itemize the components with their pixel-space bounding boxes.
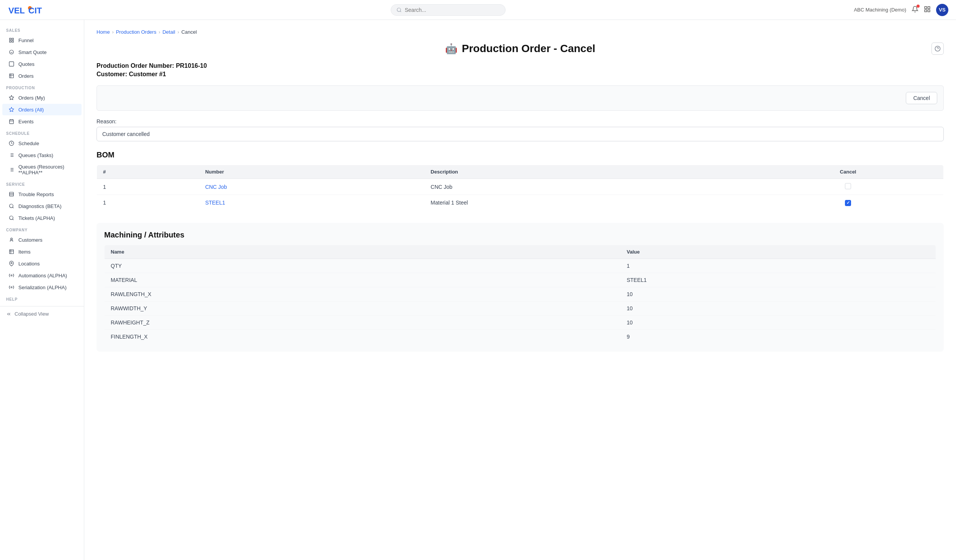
attr-cell-name: QTY [105,259,621,273]
attr-cell-name: RAWLENGTH_X [105,287,621,301]
bom-table: # Number Description Cancel 1 CNC Job CN… [97,165,944,211]
svg-rect-10 [12,38,13,40]
sidebar-section-sales: SALES Funnel Smart Quote Quotes [0,25,84,82]
automations-icon [8,272,15,278]
sidebar-item-orders-all[interactable]: Orders (All) [2,104,82,115]
bom-cancel-checkbox[interactable] [845,200,851,206]
attr-cell-value: 1 [620,259,936,273]
bom-number-link[interactable]: CNC Job [205,184,227,190]
sidebar: SALES Funnel Smart Quote Quotes [0,20,84,560]
bom-cell-description: CNC Job [424,179,753,195]
bom-body: 1 CNC Job CNC Job 1 STEEL1 Material 1 St… [97,179,944,211]
svg-point-3 [397,8,400,11]
sidebar-label-orders: Orders [18,73,34,79]
orders-icon [8,73,15,79]
sidebar-label-smart-quote: Smart Quote [18,49,47,55]
sidebar-item-orders-my[interactable]: Orders (My) [2,92,82,103]
attr-cell-name: FINLENGTH_X [105,329,621,344]
sidebar-item-diagnostics[interactable]: Diagnostics (BETA) [2,200,82,212]
bell-icon[interactable] [912,6,918,14]
search-bar[interactable] [391,4,506,16]
orders-all-icon [8,106,15,113]
svg-rect-45 [10,250,14,254]
svg-rect-11 [10,41,11,42]
sidebar-item-events[interactable]: Events [2,116,82,127]
help-icon [935,46,941,52]
svg-point-42 [10,216,13,219]
items-icon [8,249,15,255]
bom-cell-num: 1 [97,179,199,195]
bom-col-number: Number [199,165,425,179]
page-header: 🤖 Production Order - Cancel [97,43,944,55]
sidebar-item-serialization[interactable]: Serialization (ALPHA) [2,282,82,293]
sidebar-item-quotes[interactable]: Quotes [2,58,82,70]
order-info: Production Order Number: PR1016-10 Custo… [97,62,944,78]
sidebar-label-serialization: Serialization (ALPHA) [18,285,67,290]
sidebar-item-orders[interactable]: Orders [2,70,82,82]
svg-rect-20 [10,120,14,124]
sidebar-item-items[interactable]: Items [2,246,82,257]
logo: VEL CITY [8,4,42,16]
funnel-icon [8,37,15,43]
page-title: Production Order - Cancel [462,43,596,55]
breadcrumb-sep-1: › [112,29,114,35]
serialization-icon [8,284,15,290]
sidebar-item-funnel[interactable]: Funnel [2,34,82,46]
sidebar-label-customers: Customers [18,237,43,243]
breadcrumb-detail[interactable]: Detail [162,29,175,35]
collapsed-view-btn[interactable]: Collapsed View [6,311,78,317]
sidebar-item-smart-quote[interactable]: Smart Quote [2,46,82,58]
reason-label: Reason: [97,118,944,124]
sidebar-item-locations[interactable]: Locations [2,258,82,269]
sidebar-item-queues-tasks[interactable]: Queues (Tasks) [2,149,82,161]
bom-cell-description: Material 1 Steel [424,195,753,211]
user-avatar[interactable]: VS [936,4,948,16]
sidebar-label-queues-resources: Queues (Resources) **ALPHA** [18,164,75,175]
breadcrumb: Home › Production Orders › Detail › Canc… [97,29,944,35]
schedule-icon [8,140,15,146]
breadcrumb-production-orders[interactable]: Production Orders [116,29,157,35]
bom-section: BOM # Number Description Cancel 1 CNC Jo… [97,151,944,211]
help-button[interactable] [931,43,944,55]
sidebar-item-customers[interactable]: Customers [2,234,82,246]
reason-section: Reason: [97,118,944,141]
sidebar-label-tickets: Tickets (ALPHA) [18,215,55,221]
logo-svg: VEL CITY [8,4,42,16]
reason-input[interactable] [97,127,944,141]
svg-rect-14 [9,62,14,66]
section-label-schedule: SCHEDULE [0,128,84,137]
table-row: RAWHEIGHT_Z 10 [105,315,936,329]
attr-cell-value: 9 [620,329,936,344]
search-input[interactable] [405,7,500,13]
bom-number-link[interactable]: STEEL1 [205,200,225,206]
attributes-title: Machining / Attributes [104,231,936,239]
sidebar-label-automations: Automations (ALPHA) [18,273,67,278]
svg-point-40 [10,204,13,208]
quotes-icon [8,61,15,67]
sidebar-item-schedule[interactable]: Schedule [2,138,82,149]
svg-line-4 [400,11,401,12]
collapsed-view-label: Collapsed View [15,311,49,317]
bom-col-description: Description [424,165,753,179]
sidebar-item-tickets[interactable]: Tickets (ALPHA) [2,212,82,224]
notification-badge [917,5,920,8]
sidebar-label-schedule: Schedule [18,141,39,146]
svg-rect-9 [10,38,11,40]
company-name: ABC Machining (Demo) [854,7,906,13]
breadcrumb-sep-3: › [177,29,179,35]
attr-header-row: Name Value [105,245,936,259]
queues-resources-icon [8,167,15,173]
svg-line-43 [13,219,14,220]
cancel-button[interactable]: Cancel [906,92,937,104]
breadcrumb-home[interactable]: Home [97,29,110,35]
section-label-sales: SALES [0,25,84,34]
bom-cancel-checkbox[interactable] [845,183,851,189]
grid-icon[interactable] [924,6,931,14]
cancel-toolbar: Cancel [97,85,944,111]
sidebar-item-automations[interactable]: Automations (ALPHA) [2,270,82,281]
attr-col-name: Name [105,245,621,259]
sidebar-section-production: PRODUCTION Orders (My) Orders (All) Even… [0,82,84,127]
sidebar-item-trouble-reports[interactable]: Trouble Reports [2,188,82,200]
sidebar-item-queues-resources[interactable]: Queues (Resources) **ALPHA** [2,161,82,178]
svg-text:CITY: CITY [28,6,42,15]
